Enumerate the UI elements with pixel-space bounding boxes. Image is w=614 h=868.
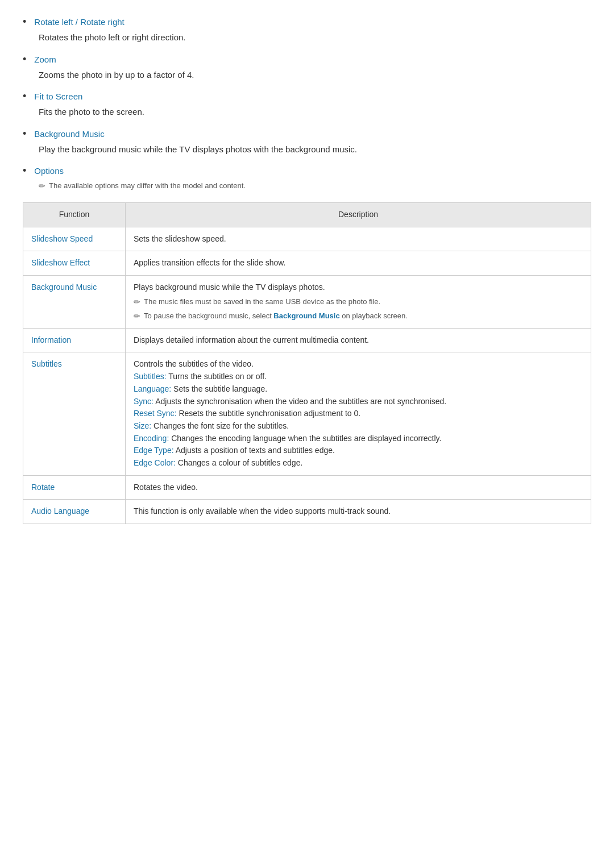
function-information[interactable]: Information	[23, 328, 126, 352]
bullet-item-bgmusic: • Background Music Play the background m…	[23, 129, 591, 156]
pencil-icon-options: ✏	[39, 180, 45, 192]
subtitles-item-1: Subtitles: Turns the subtitles on or off…	[134, 371, 583, 383]
bullet-item-fit: • Fit to Screen Fits the photo to the sc…	[23, 92, 591, 119]
header-function: Function	[23, 203, 126, 227]
subtitle-text-subtitles: Turns the subtitles on or off.	[168, 372, 267, 381]
pencil-icon-bgmusic1: ✏	[134, 296, 140, 308]
subtitles-item-8: Edge Color: Changes a colour of subtitle…	[134, 457, 583, 470]
desc-rotate: Rotates the video.	[126, 475, 591, 500]
subtitle-label-subtitles: Subtitles:	[134, 372, 167, 381]
fit-label[interactable]: Fit to Screen	[34, 92, 82, 101]
subtitle-text-edge-color: Changes a colour of subtitles edge.	[178, 458, 302, 467]
bullet-dot-zoom: •	[23, 53, 26, 65]
bullet-dot-options: •	[23, 165, 26, 177]
bgmusic-note-1-text: The music files must be saved in the sam…	[144, 296, 380, 308]
bullet-dot-fit: •	[23, 90, 26, 102]
subtitles-main-desc: Controls the subtitles of the video.	[134, 358, 583, 371]
desc-information: Displays detailed information about the …	[126, 328, 591, 352]
subtitle-label-reset-sync: Reset Sync:	[134, 409, 176, 418]
table-row-slideshow-effect: Slideshow Effect Applies transition effe…	[23, 251, 591, 276]
bullet-item-options: • Options ✏ The available options may di…	[23, 166, 591, 192]
function-audio-language[interactable]: Audio Language	[23, 500, 126, 524]
options-note-text: The available options may differ with th…	[49, 180, 246, 192]
subtitle-label-sync: Sync:	[134, 397, 154, 406]
subtitle-label-edge-color: Edge Color:	[134, 458, 176, 467]
options-note: ✏ The available options may differ with …	[39, 180, 591, 192]
subtitle-text-edge-type: Adjusts a position of texts and subtitle…	[176, 446, 335, 455]
subtitles-item-4: Reset Sync: Resets the subtitle synchron…	[134, 408, 583, 420]
rotate-label[interactable]: Rotate left / Rotate right	[34, 17, 124, 27]
bullet-item-rotate: • Rotate left / Rotate right Rotates the…	[23, 17, 591, 44]
table-row-audio-language: Audio Language This function is only ava…	[23, 500, 591, 524]
zoom-label[interactable]: Zoom	[34, 55, 56, 64]
desc-slideshow-effect: Applies transition effects for the slide…	[126, 251, 591, 276]
desc-background-music: Plays background music while the TV disp…	[126, 276, 591, 329]
subtitles-item-7: Edge Type: Adjusts a position of texts a…	[134, 445, 583, 457]
subtitles-item-3: Sync: Adjusts the synchronisation when t…	[134, 396, 583, 408]
subtitle-text-size: Changes the font size for the subtitles.	[154, 421, 289, 430]
bullet-dot: •	[23, 16, 26, 28]
function-background-music[interactable]: Background Music	[23, 276, 126, 329]
bullet-item-zoom: • Zoom Zooms the photo in by up to a fac…	[23, 55, 591, 82]
subtitle-label-edge-type: Edge Type:	[134, 446, 174, 455]
bgmusic-main-desc: Plays background music while the TV disp…	[134, 281, 583, 294]
bgmusic-label[interactable]: Background Music	[34, 129, 104, 139]
function-rotate[interactable]: Rotate	[23, 475, 126, 500]
bgmusic-link: Background Music	[273, 312, 339, 320]
header-description: Description	[126, 203, 591, 227]
pencil-icon-bgmusic2: ✏	[134, 310, 140, 322]
subtitle-text-language: Sets the subtitle language.	[173, 384, 267, 393]
table-row-slideshow-speed: Slideshow Speed Sets the slideshow speed…	[23, 227, 591, 251]
table-row-background-music: Background Music Plays background music …	[23, 276, 591, 329]
table-row-subtitles: Subtitles Controls the subtitles of the …	[23, 352, 591, 475]
desc-slideshow-speed: Sets the slideshow speed.	[126, 227, 591, 251]
bullet-dot-bgmusic: •	[23, 128, 26, 140]
function-slideshow-effect[interactable]: Slideshow Effect	[23, 251, 126, 276]
function-slideshow-speed[interactable]: Slideshow Speed	[23, 227, 126, 251]
bgmusic-note-1: ✏ The music files must be saved in the s…	[134, 296, 583, 308]
table-row-information: Information Displays detailed informatio…	[23, 328, 591, 352]
subtitles-item-6: Encoding: Changes the encoding language …	[134, 433, 583, 445]
table-header-row: Function Description	[23, 203, 591, 227]
subtitle-label-size: Size:	[134, 421, 151, 430]
bgmusic-note-2: ✏ To pause the background music, select …	[134, 310, 583, 322]
subtitle-label-encoding: Encoding:	[134, 434, 169, 443]
subtitles-item-2: Language: Sets the subtitle language.	[134, 383, 583, 396]
desc-subtitles: Controls the subtitles of the video. Sub…	[126, 352, 591, 475]
rotate-description: Rotates the photo left or right directio…	[39, 31, 591, 44]
table-row-rotate: Rotate Rotates the video.	[23, 475, 591, 500]
fit-description: Fits the photo to the screen.	[39, 106, 591, 119]
subtitles-item-5: Size: Changes the font size for the subt…	[134, 420, 583, 433]
options-table: Function Description Slideshow Speed Set…	[23, 202, 591, 524]
function-subtitles[interactable]: Subtitles	[23, 352, 126, 475]
zoom-description: Zooms the photo in by up to a factor of …	[39, 69, 591, 82]
bullet-list: • Rotate left / Rotate right Rotates the…	[23, 17, 591, 192]
subtitle-label-language: Language:	[134, 384, 171, 393]
options-label[interactable]: Options	[34, 166, 64, 176]
subtitle-text-encoding: Changes the encoding language when the s…	[171, 434, 441, 443]
bgmusic-description: Play the background music while the TV d…	[39, 143, 591, 156]
subtitle-text-reset-sync: Resets the subtitle synchronisation adju…	[179, 409, 360, 418]
desc-audio-language: This function is only available when the…	[126, 500, 591, 524]
subtitle-text-sync: Adjusts the synchronisation when the vid…	[155, 397, 446, 406]
bgmusic-note-2-text: To pause the background music, select Ba…	[144, 310, 408, 322]
